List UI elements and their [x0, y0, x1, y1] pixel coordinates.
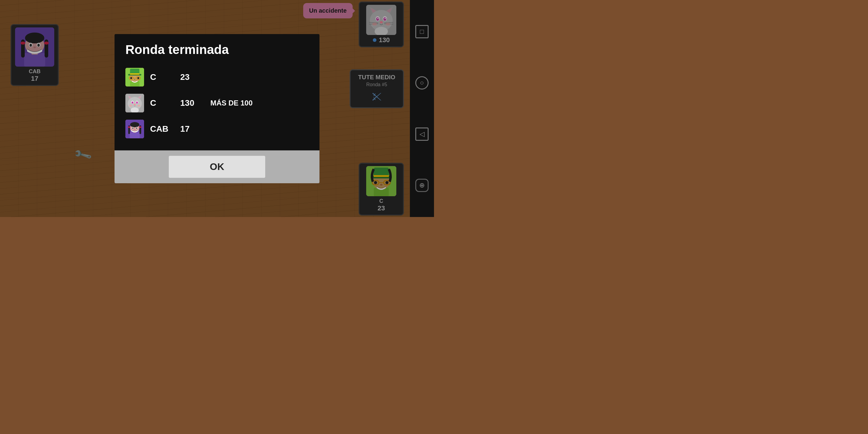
ok-button[interactable]: OK [169, 156, 265, 178]
score-points-3: 17 [180, 124, 204, 134]
score-entry-2: C 130 MÁS DE 100 [125, 90, 309, 116]
svg-point-69 [136, 101, 138, 103]
modal-body: Ronda terminada [115, 34, 319, 150]
score-entry-1: C 23 [125, 64, 309, 90]
svg-point-70 [134, 104, 135, 105]
svg-point-57 [130, 77, 132, 79]
svg-point-58 [137, 77, 139, 79]
svg-point-85 [132, 127, 133, 129]
modal-footer: OK [115, 150, 319, 183]
svg-rect-75 [130, 132, 140, 138]
svg-rect-53 [130, 73, 140, 74]
score-avatar-3 [125, 120, 144, 138]
modal-overlay: Ronda terminada [0, 0, 434, 217]
modal-title: Ronda terminada [125, 42, 309, 57]
svg-point-68 [131, 101, 133, 103]
score-points-2: 130 [180, 98, 204, 108]
svg-point-71 [129, 104, 132, 106]
svg-point-82 [139, 126, 142, 128]
svg-point-81 [128, 126, 130, 128]
score-entry-3: CAB 17 [125, 116, 309, 142]
svg-point-87 [134, 129, 135, 130]
svg-point-72 [137, 104, 141, 106]
svg-point-78 [130, 122, 140, 127]
score-points-1: 23 [180, 72, 204, 82]
score-avatar-2 [125, 94, 144, 113]
score-avatar-1 [125, 68, 144, 87]
round-end-modal: Ronda terminada [115, 34, 319, 183]
svg-point-59 [134, 79, 135, 80]
score-bonus-2: MÁS DE 100 [210, 99, 253, 107]
score-label-1: C [150, 72, 174, 82]
score-label-3: CAB [150, 124, 174, 134]
svg-point-86 [136, 127, 137, 129]
score-label-2: C [150, 98, 174, 108]
